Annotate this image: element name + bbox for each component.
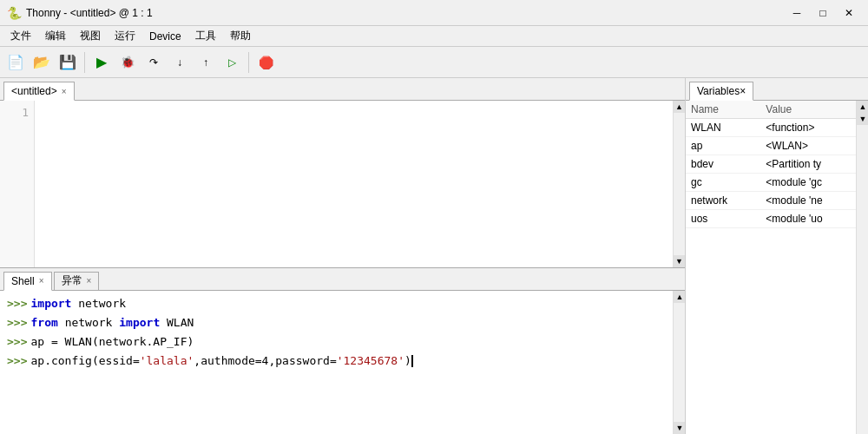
var-name: bdev bbox=[686, 155, 760, 174]
var-name: ap bbox=[686, 137, 760, 155]
step-into-button[interactable]: ↓ bbox=[168, 50, 192, 75]
shell-vertical-scrollbar[interactable]: ▲ ▼ bbox=[673, 291, 685, 435]
var-value: <module 'uo bbox=[760, 210, 868, 228]
table-row: bdev<Partition ty bbox=[686, 155, 868, 174]
table-row: uos<module 'uo bbox=[686, 210, 868, 228]
minimize-button[interactable]: ─ bbox=[785, 3, 809, 23]
prompt-3: >>> bbox=[7, 332, 27, 352]
table-row: gc<module 'gc bbox=[686, 174, 868, 192]
variables-tab[interactable]: Variables × bbox=[689, 82, 753, 101]
prompt-2: >>> bbox=[7, 313, 27, 332]
variables-tab-close[interactable]: × bbox=[740, 85, 746, 97]
shell-tab-close[interactable]: × bbox=[39, 276, 44, 286]
editor-tab-bar: <untitled> × bbox=[0, 78, 685, 101]
editor-tab-label: <untitled> bbox=[11, 85, 57, 97]
prompt-1: >>> bbox=[7, 294, 27, 313]
shell-line-1: >>> import network bbox=[7, 294, 666, 313]
exception-tab-close[interactable]: × bbox=[87, 276, 92, 286]
run-button[interactable]: ▶ bbox=[89, 50, 114, 75]
variables-content: Name Value WLAN<function>ap<WLAN>bdev<Pa… bbox=[686, 101, 868, 434]
scroll-down-arrow[interactable]: ▼ bbox=[674, 255, 686, 267]
var-name: network bbox=[686, 192, 760, 210]
resume-button[interactable]: ▷ bbox=[220, 50, 244, 75]
var-value: <WLAN> bbox=[760, 137, 868, 155]
menu-bar: 文件 编辑 视图 运行 Device 工具 帮助 bbox=[0, 26, 868, 47]
table-row: WLAN<function> bbox=[686, 119, 868, 137]
scroll-track[interactable] bbox=[674, 113, 685, 255]
menu-edit[interactable]: 编辑 bbox=[38, 27, 73, 45]
shell-code-4: ap.config(essid='lalala',authmode=4,pass… bbox=[30, 352, 412, 371]
editor-pane[interactable]: 1 ▲ ▼ bbox=[0, 101, 685, 267]
var-name: WLAN bbox=[686, 119, 760, 137]
variables-scrollbar[interactable]: ▲ ▼ bbox=[856, 101, 868, 434]
open-button[interactable]: 📂 bbox=[30, 50, 54, 75]
vars-scroll-down[interactable]: ▼ bbox=[857, 113, 868, 125]
shell-scroll-down[interactable]: ▼ bbox=[674, 422, 685, 434]
shell-tab[interactable]: Shell × bbox=[3, 272, 52, 291]
maximize-button[interactable]: □ bbox=[811, 3, 835, 23]
app-icon: 🐍 bbox=[7, 6, 21, 20]
close-button[interactable]: ✕ bbox=[837, 3, 861, 23]
editor-tab-untitled[interactable]: <untitled> × bbox=[3, 82, 75, 101]
bottom-pane: Shell × 异常 × >>> import network bbox=[0, 267, 685, 435]
vars-scroll-up[interactable]: ▲ bbox=[857, 101, 868, 113]
menu-run[interactable]: 运行 bbox=[108, 27, 142, 45]
shell-scroll-track[interactable] bbox=[674, 303, 685, 423]
editor-area: <untitled> × 1 ▲ ▼ Shell bbox=[0, 78, 686, 434]
shell-tab-bar: Shell × 异常 × bbox=[0, 268, 685, 291]
var-name: gc bbox=[686, 174, 760, 192]
toolbar-separator-2 bbox=[248, 52, 249, 73]
scroll-up-arrow[interactable]: ▲ bbox=[674, 101, 686, 113]
save-button[interactable]: 💾 bbox=[56, 50, 80, 75]
shell-output[interactable]: >>> import network >>> from network impo… bbox=[0, 291, 673, 435]
text-cursor bbox=[411, 355, 413, 367]
variables-tab-bar: Variables × bbox=[686, 78, 868, 101]
var-value: <module 'ne bbox=[760, 192, 868, 210]
variables-rows: WLAN<function>ap<WLAN>bdev<Partition tyg… bbox=[686, 119, 868, 228]
new-button[interactable]: 📄 bbox=[3, 50, 28, 75]
variables-tab-label: Variables bbox=[697, 85, 740, 97]
shell-line-4: >>> ap.config(essid='lalala',authmode=4,… bbox=[7, 352, 666, 371]
stop-button[interactable]: 🛑 bbox=[253, 50, 278, 75]
toolbar: 📄 📂 💾 ▶ 🐞 ↷ ↓ ↑ ▷ 🛑 bbox=[0, 47, 868, 78]
exception-tab-label: 异常 bbox=[62, 273, 82, 288]
col-name-header: Name bbox=[686, 101, 760, 119]
menu-help[interactable]: 帮助 bbox=[223, 27, 258, 45]
editor-scroll: 1 bbox=[0, 101, 673, 267]
menu-device[interactable]: Device bbox=[142, 29, 188, 44]
step-out-button[interactable]: ↑ bbox=[194, 50, 218, 75]
title-bar: 🐍 Thonny - <untitled> @ 1 : 1 ─ □ ✕ bbox=[0, 0, 868, 26]
editor-vertical-scrollbar[interactable]: ▲ ▼ bbox=[673, 101, 685, 267]
editor-tab-close[interactable]: × bbox=[62, 87, 67, 96]
right-panel: Variables × Name Value WLAN<function>ap<… bbox=[686, 78, 868, 434]
code-editor[interactable] bbox=[35, 101, 673, 267]
shell-code-2: from network import WLAN bbox=[30, 313, 194, 332]
shell-wrapper: >>> import network >>> from network impo… bbox=[0, 291, 685, 435]
table-row: network<module 'ne bbox=[686, 192, 868, 210]
var-name: uos bbox=[686, 210, 760, 228]
shell-line-3: >>> ap = WLAN(network.AP_IF) bbox=[7, 332, 666, 352]
toolbar-separator-1 bbox=[84, 52, 85, 73]
line-numbers: 1 bbox=[0, 101, 35, 267]
var-value: <function> bbox=[760, 119, 868, 137]
line-number-1: 1 bbox=[0, 104, 34, 122]
variables-table: Name Value WLAN<function>ap<WLAN>bdev<Pa… bbox=[686, 101, 868, 228]
var-value: <Partition ty bbox=[760, 155, 868, 174]
menu-file[interactable]: 文件 bbox=[3, 27, 38, 45]
debug-button[interactable]: 🐞 bbox=[115, 50, 140, 75]
shell-code-3: ap = WLAN(network.AP_IF) bbox=[30, 332, 194, 352]
shell-tab-label: Shell bbox=[11, 275, 35, 287]
main-content: <untitled> × 1 ▲ ▼ Shell bbox=[0, 78, 868, 434]
prompt-4: >>> bbox=[7, 352, 27, 371]
shell-line-2: >>> from network import WLAN bbox=[7, 313, 666, 332]
var-value: <module 'gc bbox=[760, 174, 868, 192]
exception-tab[interactable]: 异常 × bbox=[54, 272, 100, 291]
shell-scroll-up[interactable]: ▲ bbox=[674, 291, 685, 303]
menu-tools[interactable]: 工具 bbox=[188, 27, 223, 45]
window-title: Thonny - <untitled> @ 1 : 1 bbox=[26, 7, 785, 19]
window-controls: ─ □ ✕ bbox=[785, 3, 861, 23]
shell-code-1: import network bbox=[30, 294, 126, 313]
menu-view[interactable]: 视图 bbox=[73, 27, 108, 45]
table-row: ap<WLAN> bbox=[686, 137, 868, 155]
step-over-button[interactable]: ↷ bbox=[141, 50, 166, 75]
